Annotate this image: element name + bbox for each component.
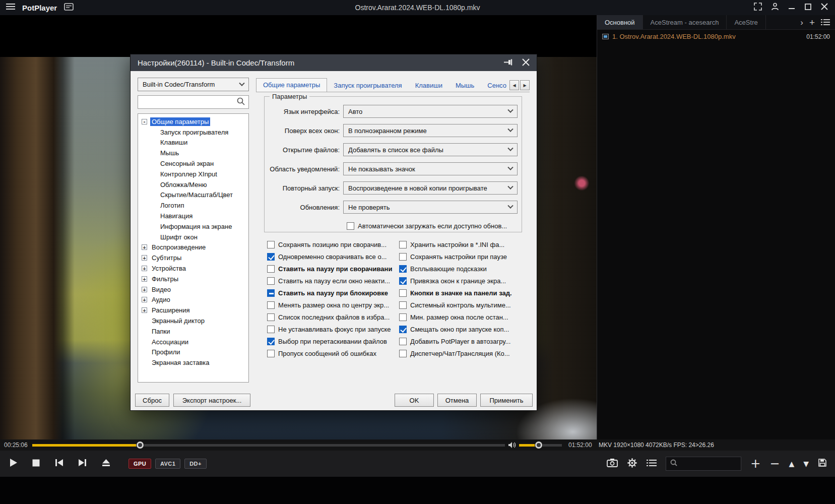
settings-checkbox[interactable]: Сохранять позицию при сворачив... xyxy=(267,238,399,250)
add-playlist-icon[interactable]: + xyxy=(809,18,815,27)
tree-expander-icon[interactable] xyxy=(142,244,147,250)
settings-checkbox[interactable]: Одновременно сворачивать все о... xyxy=(267,250,399,263)
auto-update-checkbox[interactable]: Автоматически загружать если доступно об… xyxy=(347,220,518,232)
tree-item[interactable]: Устройства xyxy=(140,263,247,274)
tree-item[interactable]: Информация на экране xyxy=(140,221,247,232)
open-eject-button[interactable] xyxy=(101,458,111,469)
ok-button[interactable]: OK xyxy=(395,394,434,407)
tree-expander-icon[interactable] xyxy=(142,349,147,355)
playlist-item[interactable]: 1. Ostrov.Ararat.2024.WEB-DL.1080p.mkv 0… xyxy=(597,30,835,43)
playlist-menu-icon[interactable] xyxy=(821,19,830,26)
tree-expander-icon[interactable] xyxy=(150,130,156,135)
parameter-dropdown[interactable]: Воспроизведение в новой копии проигрыват… xyxy=(343,181,518,195)
tree-expander-icon[interactable] xyxy=(142,307,147,313)
tree-expander-icon[interactable] xyxy=(142,119,147,124)
preset-dropdown[interactable]: Built-in Codec/Transform xyxy=(138,78,249,91)
tree-expander-icon[interactable] xyxy=(142,266,147,271)
volume-handle[interactable] xyxy=(535,442,542,449)
tree-expander-icon[interactable] xyxy=(150,182,156,187)
tree-expander-icon[interactable] xyxy=(142,297,147,302)
tree-search-input[interactable] xyxy=(142,98,237,106)
tree-expander-icon[interactable] xyxy=(142,329,147,334)
settings-checkbox[interactable]: Список последних файлов в избра... xyxy=(267,311,399,323)
tab-scroll-right-button[interactable]: ▶ xyxy=(520,80,530,90)
tree-item[interactable]: Папки xyxy=(140,326,247,337)
tree-item[interactable]: Общие параметры xyxy=(140,116,247,127)
tree-expander-icon[interactable] xyxy=(142,287,147,292)
parameter-dropdown[interactable]: Добавлять в список все файлы xyxy=(343,143,518,156)
settings-checkbox[interactable]: Менять размер окна по центру экр... xyxy=(267,299,399,311)
tree-item[interactable]: Фильтры xyxy=(140,274,247,284)
tree-expander-icon[interactable] xyxy=(150,234,156,240)
tree-expander-icon[interactable] xyxy=(142,360,147,365)
tree-expander-icon[interactable] xyxy=(150,140,156,145)
log-panel-button[interactable] xyxy=(64,3,74,13)
tree-item[interactable]: Мышь xyxy=(140,148,247,158)
volume-icon[interactable] xyxy=(508,442,517,449)
settings-checkbox[interactable]: Сохранять настройки при паузе xyxy=(399,250,529,263)
settings-button[interactable] xyxy=(627,458,637,470)
tree-item[interactable]: Запуск проигрывателя xyxy=(140,127,247,138)
settings-checkbox[interactable]: Смещать окно при запуске коп... xyxy=(399,323,529,335)
tab-scroll-right-icon[interactable]: › xyxy=(800,18,803,27)
tree-expander-icon[interactable] xyxy=(150,150,156,156)
minimize-button[interactable] xyxy=(788,3,795,12)
settings-tab[interactable]: Запуск проигрывателя xyxy=(327,79,408,92)
settings-checkbox[interactable]: Системный контроль мультиме... xyxy=(399,299,529,311)
tree-expander-icon[interactable] xyxy=(142,276,147,282)
move-down-button[interactable]: ▼ xyxy=(803,460,809,467)
settings-checkbox[interactable]: Ставить на паузу при блокировке xyxy=(267,287,399,299)
tree-expander-icon[interactable] xyxy=(142,255,147,261)
tree-item[interactable]: Шрифт окон xyxy=(140,232,247,242)
tree-item[interactable]: Ассоциации xyxy=(140,337,247,347)
playlist-tab[interactable]: AceStream - acesearch xyxy=(643,15,727,29)
tree-item[interactable]: Логотип xyxy=(140,200,247,211)
tree-item[interactable]: Контроллер XInput xyxy=(140,169,247,179)
volume-bar[interactable] xyxy=(519,444,562,447)
tree-item[interactable]: Экранный диктор xyxy=(140,316,247,326)
settings-tab[interactable]: Сенсо xyxy=(481,79,509,92)
previous-button[interactable] xyxy=(54,458,64,469)
seek-handle[interactable] xyxy=(137,442,144,449)
tree-item[interactable]: Навигация xyxy=(140,211,247,221)
maximize-button[interactable] xyxy=(805,3,811,12)
snapshot-button[interactable] xyxy=(607,458,618,469)
tree-expander-icon[interactable] xyxy=(150,213,156,219)
stop-button[interactable] xyxy=(32,459,40,469)
tree-expander-icon[interactable] xyxy=(150,171,156,177)
tree-item[interactable]: Расширения xyxy=(140,305,247,316)
add-item-button[interactable]: + xyxy=(750,458,760,470)
tree-expander-icon[interactable] xyxy=(150,161,156,166)
apply-button[interactable]: Применить xyxy=(480,394,533,407)
tree-item[interactable]: Субтитры xyxy=(140,253,247,263)
settings-checkbox[interactable]: Хранить настройки в *.INI фа... xyxy=(399,238,529,250)
parameter-dropdown[interactable]: Авто xyxy=(343,105,518,118)
main-menu-button[interactable] xyxy=(6,3,15,12)
tree-item[interactable]: Скрытие/Масштаб/Цвет xyxy=(140,190,247,201)
settings-checkbox[interactable]: Кнопки в значке на панели зад. xyxy=(399,287,529,299)
play-button[interactable] xyxy=(8,458,18,470)
dialog-pin-button[interactable] xyxy=(503,58,513,67)
tree-item[interactable]: Клавиши xyxy=(140,138,247,148)
settings-checkbox[interactable]: Ставить на паузу если окно неакти... xyxy=(267,275,399,287)
dialog-close-button[interactable] xyxy=(522,58,530,68)
settings-checkbox[interactable]: Выбор при перетаскивании файлов xyxy=(267,335,399,347)
tree-item[interactable]: Видео xyxy=(140,284,247,295)
tree-item[interactable]: Аудио xyxy=(140,295,247,305)
export-settings-button[interactable]: Экспорт настроек... xyxy=(173,394,250,407)
close-button[interactable] xyxy=(821,3,828,12)
dialog-titlebar[interactable]: Настройки(260114) - Built-in Codec/Trans… xyxy=(131,54,537,71)
move-up-button[interactable]: ▲ xyxy=(789,460,794,467)
fullscreen-button[interactable] xyxy=(754,3,762,13)
settings-tab[interactable]: Мышь xyxy=(449,79,481,92)
tree-expander-icon[interactable] xyxy=(150,203,156,208)
tree-expander-icon[interactable] xyxy=(150,224,156,229)
next-button[interactable] xyxy=(78,458,88,469)
settings-checkbox[interactable]: Ставить на паузу при сворачивани xyxy=(267,263,399,275)
tree-item[interactable]: Воспроизведение xyxy=(140,242,247,253)
parameter-dropdown[interactable]: В полноэкранном режиме xyxy=(343,124,518,137)
tree-item[interactable]: Обложка/Меню xyxy=(140,179,247,190)
tree-expander-icon[interactable] xyxy=(150,192,156,198)
settings-checkbox[interactable]: Не устанавливать фокус при запуске xyxy=(267,323,399,335)
seek-bar[interactable] xyxy=(32,444,505,447)
